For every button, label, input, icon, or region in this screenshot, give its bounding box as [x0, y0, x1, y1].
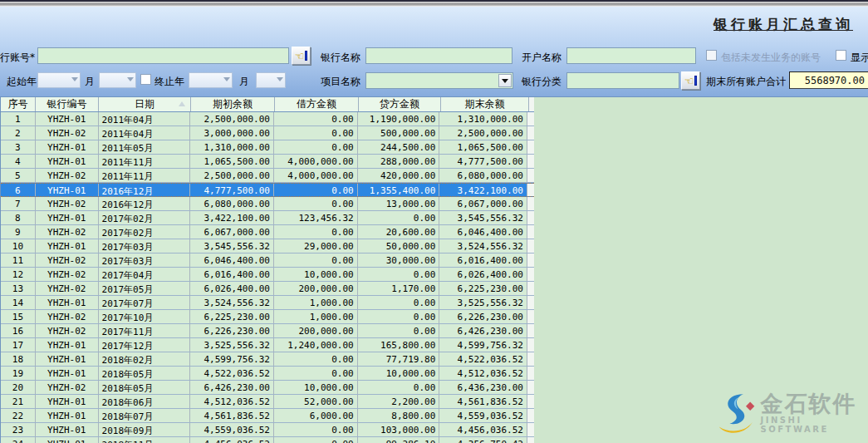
column-header-3[interactable]: 日期 — [99, 97, 191, 111]
table-cell: 2017年02月 — [99, 211, 191, 224]
row-filler — [527, 225, 534, 239]
column-header-4[interactable]: 期初余额 — [191, 97, 275, 111]
table-cell: 2,200.00 — [358, 395, 440, 408]
start-month-select[interactable] — [99, 72, 136, 88]
table-row[interactable]: 9YHZH-022017年02月6,067,000.000.0020,600.0… — [1, 225, 534, 239]
table-row[interactable]: 17YHZH-012017年12月3,525,556.321,240,000.0… — [1, 338, 534, 352]
table-cell: 24 — [1, 437, 36, 443]
period-end-total-value: 5568970.00 — [789, 71, 868, 89]
account-holder-input[interactable] — [566, 47, 696, 64]
table-cell: YHZH-01 — [36, 112, 99, 126]
project-name-combobox[interactable] — [365, 72, 513, 89]
end-period-checkbox[interactable] — [140, 74, 151, 85]
table-row[interactable]: 13YHZH-022017年05月6,026,400.00200,000.001… — [1, 282, 534, 296]
row-filler — [527, 310, 534, 323]
table-cell: 20,600.00 — [358, 225, 440, 239]
start-year-label: 起始年 — [7, 75, 37, 89]
table-row[interactable]: 12YHZH-022017年04月6,016,400.0010,000.000.… — [1, 268, 534, 282]
table-row[interactable]: 18YHZH-012018年02月4,599,756.320.0077,719.… — [1, 352, 534, 367]
table-cell: 2011年11月 — [99, 155, 191, 168]
table-cell: YHZH-02 — [36, 282, 99, 295]
collapsed-splitter-bar[interactable] — [0, 2, 868, 7]
table-row[interactable]: 23YHZH-012018年09月4,559,036.520.00103,000… — [1, 423, 534, 437]
table-cell: 420,000.00 — [358, 169, 440, 182]
table-row[interactable]: 7YHZH-022016年12月6,080,000.000.0013,000.0… — [1, 197, 534, 211]
bank-account-input[interactable] — [37, 47, 289, 64]
bank-category-label: 银行分类 — [522, 75, 562, 89]
column-header-6[interactable]: 贷方金额 — [359, 97, 441, 111]
table-row[interactable]: 6YHZH-012016年12月4,777,500.000.001,355,40… — [1, 183, 534, 197]
table-row[interactable]: 16YHZH-022017年11月6,226,230.00200,000.000… — [1, 324, 534, 338]
table-row[interactable]: 1YHZH-012011年04月2,500,000.000.001,190,00… — [1, 112, 534, 126]
combo-dropdown-button[interactable] — [498, 74, 512, 87]
table-cell: 2011年04月 — [99, 112, 191, 126]
table-cell: 0.00 — [274, 126, 358, 140]
start-year-select[interactable] — [37, 72, 81, 88]
table-row[interactable]: 5YHZH-022011年11月2,500,000.004,000,000.00… — [1, 169, 534, 183]
table-cell: 2 — [1, 126, 36, 140]
table-cell: 4,561,836.52 — [439, 395, 527, 408]
end-year-select[interactable] — [189, 72, 233, 88]
table-row[interactable]: 2YHZH-022011年04月3,000,000.000.00500,000.… — [1, 126, 534, 140]
table-cell: 12 — [1, 268, 36, 281]
table-cell: 4,561,836.52 — [190, 409, 274, 422]
bank-account-picker-button[interactable]: ☜ — [292, 47, 311, 65]
column-header-7[interactable]: 期末余额 — [441, 97, 529, 111]
row-filler — [527, 437, 534, 443]
column-header-2[interactable]: 银行编号 — [36, 97, 99, 111]
table-cell: 2017年07月 — [99, 296, 191, 309]
table-cell: 2,500,000.00 — [190, 169, 274, 182]
table-cell: 6,026,400.00 — [439, 268, 527, 281]
table-cell: 200,000.00 — [274, 282, 358, 295]
bank-name-input[interactable] — [365, 47, 512, 64]
table-cell: YHZH-01 — [36, 184, 99, 196]
table-row[interactable]: 11YHZH-022017年03月6,046,400.000.0030,000.… — [1, 253, 534, 268]
end-month-select[interactable] — [256, 72, 286, 88]
column-header-label: 期末余额 — [465, 97, 505, 111]
row-filler — [527, 126, 534, 140]
table-cell: 2018年06月 — [99, 395, 191, 408]
table-row[interactable]: 8YHZH-012017年02月3,422,100.00123,456.320.… — [1, 211, 534, 225]
table-row[interactable]: 10YHZH-012017年03月3,545,556.3229,000.0050… — [1, 239, 534, 253]
table-row[interactable]: 3YHZH-012011年05月1,310,000.000.00244,500.… — [1, 140, 534, 155]
column-header-label: 序号 — [8, 97, 28, 111]
table-row[interactable]: 19YHZH-012018年05月4,522,036.520.0010,000.… — [1, 367, 534, 381]
table-cell: 4,777,500.00 — [190, 184, 274, 196]
column-header-label: 借方金额 — [297, 97, 336, 111]
table-cell: YHZH-01 — [36, 140, 99, 154]
table-cell: 0.00 — [274, 367, 358, 380]
table-cell: 11 — [1, 253, 36, 267]
table-cell: 22 — [1, 409, 36, 422]
table-cell: 2,500,000.00 — [190, 112, 274, 126]
table-row[interactable]: 20YHZH-022018年05月6,426,230.0010,000.000.… — [1, 381, 534, 395]
table-row[interactable]: 15YHZH-022017年10月6,225,230.001,000.000.0… — [1, 310, 534, 324]
table-cell: 6,080,000.00 — [190, 197, 274, 210]
query-form-panel: 银行账月汇总查询 行账号* ☜ 银行名称 开户名称 包括未发生业务的账号 显示银… — [0, 7, 868, 97]
row-filler — [527, 253, 534, 267]
bank-category-input[interactable] — [566, 72, 679, 89]
table-cell: 200,000.00 — [274, 324, 358, 337]
table-row[interactable]: 14YHZH-012017年07月3,524,556.321,000.000.0… — [1, 296, 534, 310]
table-cell: 2017年02月 — [99, 225, 191, 239]
bank-category-picker-button[interactable]: ☜ — [681, 71, 700, 90]
row-filler — [527, 155, 534, 168]
row-filler — [527, 239, 534, 253]
show-checkbox[interactable] — [836, 50, 846, 61]
table-cell: 2011年11月 — [99, 169, 191, 182]
column-header-1[interactable]: 序号 — [1, 97, 36, 111]
table-cell: 30,000.00 — [358, 253, 440, 267]
table-cell: 50,000.00 — [358, 239, 440, 253]
table-row[interactable]: 24YHZH-012018年11月4,456,036.520.0099,286.… — [1, 437, 534, 443]
table-cell: 2018年11月 — [99, 437, 191, 443]
table-row[interactable]: 21YHZH-012018年06月4,512,036.5252,000.002,… — [1, 395, 534, 409]
end-year-label: 终止年 — [154, 75, 184, 89]
table-row[interactable]: 4YHZH-012011年11月1,065,500.004,000,000.00… — [1, 155, 534, 169]
include-unused-accounts-checkbox[interactable] — [706, 50, 717, 61]
bank-name-label: 银行名称 — [321, 51, 360, 65]
table-cell: YHZH-02 — [36, 324, 99, 337]
table-cell: 1,190,000.00 — [358, 112, 440, 126]
table-row[interactable]: 22YHZH-012018年07月4,561,836.526,000.008,8… — [1, 409, 534, 423]
column-header-5[interactable]: 借方金额 — [275, 97, 359, 111]
table-cell: 4,599,756.32 — [439, 338, 527, 352]
table-cell: YHZH-01 — [36, 211, 99, 224]
